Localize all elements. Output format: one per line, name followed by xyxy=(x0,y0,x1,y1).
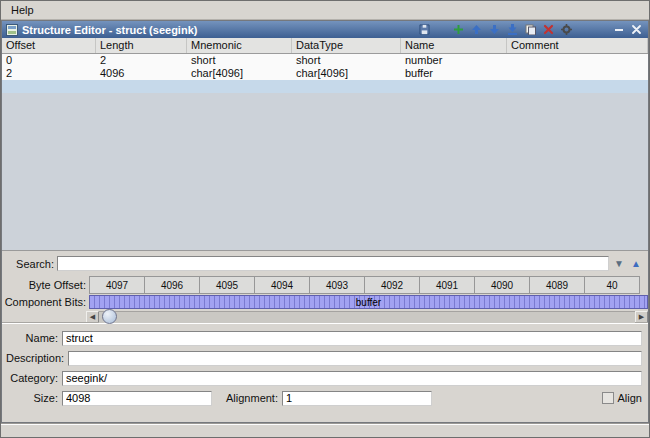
cell-length: 2 xyxy=(96,54,187,67)
delete-icon[interactable] xyxy=(541,23,556,36)
category-row: Category: xyxy=(6,370,642,386)
move-to-bottom-icon[interactable] xyxy=(505,23,520,36)
byte-offset-cell[interactable]: 4093 xyxy=(309,276,365,294)
component-field-name: buffer xyxy=(356,297,381,308)
byte-offset-cell[interactable]: 4089 xyxy=(529,276,585,294)
byte-offset-cell[interactable]: 4096 xyxy=(144,276,200,294)
table-row[interactable]: 0 2 short short number xyxy=(2,54,648,67)
column-header-name[interactable]: Name xyxy=(401,38,507,53)
horizontal-scrollbar: ◀ ▶ xyxy=(2,310,648,323)
description-row: Description: xyxy=(6,350,642,366)
component-bits-bar[interactable]: buffer xyxy=(89,295,648,309)
byte-offset-label: Byte Offset: xyxy=(2,279,89,291)
add-icon[interactable] xyxy=(451,23,466,36)
byte-offset-cell[interactable]: 4097 xyxy=(89,276,145,294)
cell-comment xyxy=(507,80,648,93)
category-label: Category: xyxy=(6,372,62,384)
structure-window-icon xyxy=(6,24,18,36)
scroll-left-icon[interactable]: ◀ xyxy=(86,311,99,323)
application-window: Help Structure Editor - struct (seegink) xyxy=(0,0,650,438)
byte-offset-row: Byte Offset: 4097 4096 4095 4094 4093 40… xyxy=(2,276,648,294)
search-label: Search: xyxy=(6,258,54,270)
settings-icon[interactable] xyxy=(559,23,574,36)
cell-mnemonic xyxy=(187,80,292,93)
size-label: Size: xyxy=(6,392,62,404)
table-header-row: Offset Length Mnemonic DataType Name Com… xyxy=(2,38,648,54)
column-header-offset[interactable]: Offset xyxy=(2,38,96,53)
title-bar[interactable]: Structure Editor - struct (seegink) xyxy=(2,21,648,38)
move-down-icon[interactable] xyxy=(487,23,502,36)
menu-help[interactable]: Help xyxy=(6,3,39,17)
structure-editor-window: Structure Editor - struct (seegink) xyxy=(1,20,649,423)
category-field[interactable] xyxy=(62,371,642,386)
scrollbar-thumb[interactable] xyxy=(102,309,117,324)
component-bits-label: Component Bits: xyxy=(2,296,89,308)
name-label: Name: xyxy=(6,332,62,344)
byte-offset-cell[interactable]: 4091 xyxy=(419,276,475,294)
minimize-button[interactable] xyxy=(611,23,626,36)
cell-datatype xyxy=(292,80,401,93)
search-row: Search: ▼ ▲ xyxy=(2,251,648,276)
structure-properties-panel: Name: Description: Category: Size: Align… xyxy=(2,323,648,422)
move-up-icon[interactable] xyxy=(469,23,484,36)
byte-offset-cell[interactable]: 4092 xyxy=(364,276,420,294)
align-checkbox[interactable] xyxy=(602,392,614,404)
description-label: Description: xyxy=(6,352,68,364)
size-field[interactable] xyxy=(62,391,212,406)
byte-offset-cells: 4097 4096 4095 4094 4093 4092 4091 4090 … xyxy=(89,276,648,294)
byte-offset-cell[interactable]: 4095 xyxy=(199,276,255,294)
name-row: Name: xyxy=(6,330,642,346)
components-table: Offset Length Mnemonic DataType Name Com… xyxy=(2,38,648,251)
align-control: Align xyxy=(602,392,642,404)
menu-bar: Help xyxy=(1,1,649,20)
component-bits-row: Component Bits: buffer xyxy=(2,294,648,310)
alignment-label: Alignment: xyxy=(220,392,282,404)
save-icon[interactable] xyxy=(417,23,432,36)
byte-offset-cell[interactable]: 4094 xyxy=(254,276,310,294)
table-empty-area xyxy=(2,93,648,250)
status-bar xyxy=(1,423,649,437)
cell-name: number xyxy=(401,54,507,67)
cell-comment xyxy=(507,67,648,80)
cell-name: buffer xyxy=(401,67,507,80)
cell-offset xyxy=(2,80,96,93)
search-next-icon[interactable]: ▼ xyxy=(612,257,626,271)
table-row[interactable]: 2 4096 char[4096] char[4096] buffer xyxy=(2,67,648,80)
cell-mnemonic: char[4096] xyxy=(187,67,292,80)
cell-offset: 2 xyxy=(2,67,96,80)
cell-mnemonic: short xyxy=(187,54,292,67)
column-header-length[interactable]: Length xyxy=(96,38,187,53)
column-header-comment[interactable]: Comment xyxy=(507,38,648,53)
cell-datatype: short xyxy=(292,54,401,67)
byte-offset-cell[interactable]: 40 xyxy=(584,276,640,294)
alignment-field[interactable] xyxy=(282,391,432,406)
table-row-selected[interactable] xyxy=(2,80,648,93)
size-alignment-row: Size: Alignment: Align xyxy=(6,390,642,406)
search-input[interactable] xyxy=(57,256,609,271)
cell-length: 4096 xyxy=(96,67,187,80)
cell-comment xyxy=(507,54,648,67)
cell-datatype: char[4096] xyxy=(292,67,401,80)
close-button[interactable] xyxy=(629,23,644,36)
byte-offset-cell[interactable]: 4090 xyxy=(474,276,530,294)
scroll-right-icon[interactable]: ▶ xyxy=(635,311,648,323)
name-field[interactable] xyxy=(62,331,642,346)
column-header-datatype[interactable]: DataType xyxy=(292,38,401,53)
cell-offset: 0 xyxy=(2,54,96,67)
search-previous-icon[interactable]: ▲ xyxy=(629,257,643,271)
align-checkbox-label: Align xyxy=(618,392,642,404)
column-header-mnemonic[interactable]: Mnemonic xyxy=(187,38,292,53)
window-title: Structure Editor - struct (seegink) xyxy=(22,24,197,36)
cell-length xyxy=(96,80,187,93)
scrollbar-track[interactable] xyxy=(99,311,635,323)
description-field[interactable] xyxy=(68,351,642,366)
duplicate-icon[interactable] xyxy=(523,23,538,36)
cell-name xyxy=(401,80,507,93)
